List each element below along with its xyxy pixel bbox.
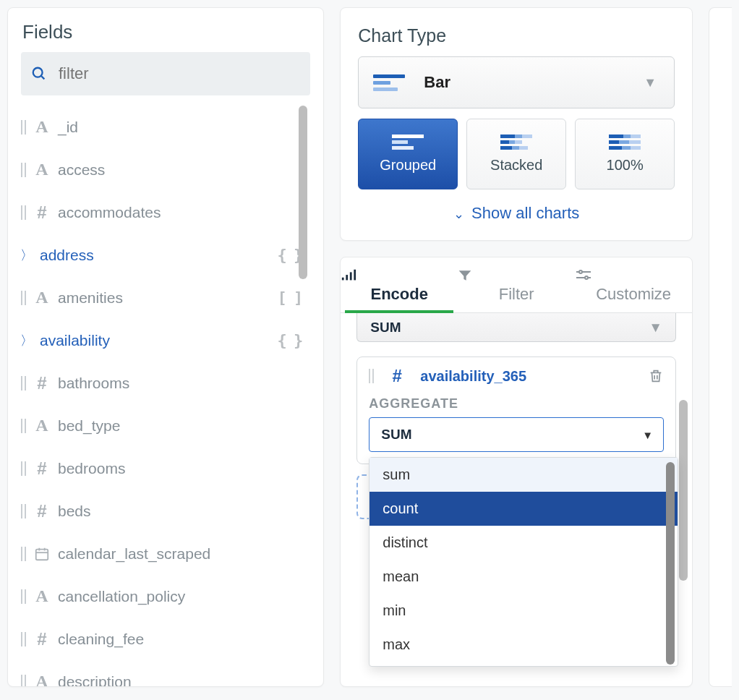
field-item-cancellation_policy[interactable]: Acancellation_policy [21, 575, 310, 618]
fields-list: A_idAaccess#accommodates〉address{ }Aamen… [21, 106, 310, 686]
drag-handle-icon[interactable] [21, 461, 26, 476]
field-item-bathrooms[interactable]: #bathrooms [21, 362, 310, 404]
tab-label: Encode [371, 285, 428, 303]
chart-subtype-grouped[interactable]: Grouped [358, 119, 458, 189]
show-all-charts-link[interactable]: ⌄Show all charts [358, 204, 675, 223]
field-item-bed_type[interactable]: Abed_type [21, 404, 310, 447]
svg-point-14 [579, 270, 582, 273]
field-label: amenities [58, 289, 278, 307]
string-type-icon: A [32, 672, 52, 686]
aggregate-option-mean[interactable]: mean [370, 560, 678, 594]
chevron-right-icon: 〉 [21, 247, 33, 264]
drag-handle-icon[interactable] [21, 632, 26, 646]
field-item-access[interactable]: Aaccess [21, 148, 310, 191]
chart-type-title: Chart Type [358, 25, 675, 46]
field-label: description [58, 673, 310, 687]
drag-handle-icon[interactable] [21, 589, 26, 604]
field-item-description[interactable]: Adescription [21, 660, 310, 686]
aggregate-option-distinct[interactable]: distinct [370, 526, 678, 560]
chart-subtype-100pct[interactable]: 100% [575, 119, 675, 189]
number-type-icon: # [32, 501, 52, 521]
svg-rect-10 [346, 275, 349, 280]
drag-handle-icon[interactable] [21, 376, 26, 390]
drag-handle-icon[interactable] [21, 120, 26, 135]
number-type-icon: # [32, 629, 52, 649]
aggregate-select-value: SUM [381, 427, 411, 443]
string-type-icon: A [32, 586, 52, 606]
field-label: _id [58, 119, 310, 136]
string-type-icon: A [32, 416, 52, 435]
drag-handle-icon[interactable] [21, 205, 26, 220]
field-item-accommodates[interactable]: #accommodates [21, 191, 310, 234]
aggregate-option-min[interactable]: min [370, 594, 678, 628]
dropdown-scrollbar[interactable] [666, 462, 675, 665]
chart-subtype-stacked[interactable]: Stacked [466, 119, 566, 189]
subtype-label: Grouped [380, 157, 436, 174]
encoding-field-card: # availability_365 AGGREGATE SUM [356, 357, 676, 464]
field-item-_id[interactable]: A_id [21, 106, 310, 148]
field-item-calendar_last_scraped[interactable]: calendar_last_scraped [21, 532, 310, 575]
drag-handle-icon[interactable] [21, 291, 26, 305]
drag-handle-icon[interactable] [21, 675, 26, 687]
chart-type-selected-label: Bar [424, 73, 450, 92]
string-type-icon: A [32, 288, 52, 307]
fields-filter-input[interactable] [57, 64, 300, 84]
aggregate-option-count[interactable]: count [370, 492, 678, 526]
chevron-down-icon: ⌄ [453, 207, 464, 221]
field-label: cleaning_fee [58, 631, 310, 648]
field-type-glyph: { } [278, 331, 302, 349]
encode-icon [341, 269, 356, 282]
tab-filter[interactable]: Filter [458, 257, 575, 312]
encode-scrollbar[interactable] [679, 400, 688, 581]
string-type-icon: A [32, 160, 52, 179]
field-item-beds[interactable]: #beds [21, 490, 310, 532]
field-item-address[interactable]: 〉address{ } [21, 234, 310, 276]
subtype-glyph-icon [500, 135, 532, 150]
field-label: address [40, 247, 278, 264]
chevron-right-icon: 〉 [21, 332, 33, 349]
trash-icon[interactable] [648, 368, 664, 384]
chevron-down-icon: ▼ [644, 75, 657, 90]
number-type-icon: # [32, 458, 52, 479]
field-label: calendar_last_scraped [58, 545, 310, 563]
fields-filter[interactable] [21, 52, 310, 95]
encode-tabs: EncodeFilterCustomize [341, 257, 692, 313]
aggregate-option-max[interactable]: max [370, 628, 678, 662]
aggregate-option-sum[interactable]: sum [370, 458, 678, 492]
encode-panel: EncodeFilterCustomize SUM ▼ # availabili… [340, 257, 693, 687]
drag-handle-icon[interactable] [21, 163, 26, 177]
field-item-amenities[interactable]: Aamenities[ ] [21, 276, 310, 319]
field-label: access [58, 161, 310, 179]
previous-aggregate-select[interactable]: SUM ▼ [356, 313, 676, 342]
field-item-cleaning_fee[interactable]: #cleaning_fee [21, 618, 310, 660]
encode-body: SUM ▼ # availability_365 [341, 313, 692, 686]
fields-panel: Fields A_idAaccess#accommodates〉address{… [7, 7, 324, 687]
drag-handle-icon[interactable] [369, 369, 374, 383]
fields-scrollbar[interactable] [299, 106, 307, 686]
field-item-availability[interactable]: 〉availability{ } [21, 319, 310, 362]
drag-handle-icon[interactable] [21, 504, 26, 518]
number-type-icon: # [32, 202, 52, 223]
field-item-bedrooms[interactable]: #bedrooms [21, 447, 310, 490]
field-label: cancellation_policy [58, 588, 310, 605]
subtype-label: Stacked [490, 157, 542, 174]
fields-title: Fields [22, 21, 309, 43]
bar-icon [373, 74, 405, 91]
field-type-glyph: [ ] [278, 289, 302, 307]
aggregate-dropdown[interactable]: sumcountdistinctmeanminmax [369, 457, 678, 667]
drag-handle-icon[interactable] [21, 547, 26, 561]
svg-rect-12 [354, 270, 356, 281]
right-edge-panel [709, 7, 732, 687]
date-type-icon [32, 546, 52, 562]
svg-rect-11 [350, 272, 352, 280]
chart-type-select[interactable]: Bar ▼ [358, 56, 675, 108]
chart-type-panel: Chart Type Bar ▼ GroupedStacked100% ⌄Sho… [340, 7, 693, 241]
tab-customize[interactable]: Customize [575, 257, 692, 312]
chevron-down-icon: ▼ [649, 320, 662, 336]
drag-handle-icon[interactable] [21, 419, 26, 433]
tab-label: Customize [596, 285, 671, 303]
svg-rect-9 [342, 278, 344, 281]
tab-encode[interactable]: Encode [341, 257, 458, 312]
aggregate-select[interactable]: SUM ▼ [369, 417, 664, 452]
field-type-glyph: { } [278, 246, 302, 264]
